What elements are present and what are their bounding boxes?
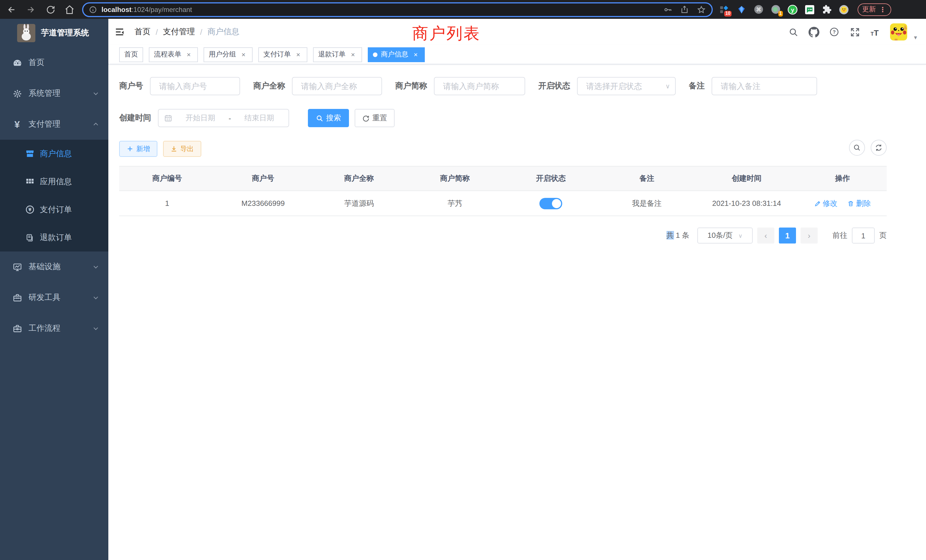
share-button[interactable] xyxy=(680,5,689,14)
short-name-input[interactable] xyxy=(434,77,525,95)
delete-link[interactable]: 删除 xyxy=(847,198,871,209)
page-number-1[interactable]: 1 xyxy=(779,227,796,244)
extension-y-button[interactable]: y xyxy=(787,4,798,15)
full-name-label: 商户全称 xyxy=(253,81,285,91)
export-button[interactable]: 导出 xyxy=(163,141,201,157)
edit-link[interactable]: 修改 xyxy=(814,198,838,209)
fullscreen-button[interactable] xyxy=(849,26,861,38)
edit-label: 修改 xyxy=(823,198,838,209)
refresh-table-button[interactable] xyxy=(871,140,887,156)
extension-command-button[interactable]: ⌘ xyxy=(753,4,764,15)
col-merchant-id: 商户编号 xyxy=(119,166,215,191)
table-settings xyxy=(849,140,887,156)
close-icon[interactable]: × xyxy=(185,50,193,59)
help-doc-button[interactable]: ? xyxy=(829,26,840,38)
page-size-select[interactable]: 10条/页 ∨ xyxy=(698,227,753,244)
extension-recorder-button[interactable]: 1 xyxy=(770,4,781,15)
browser-profile-button[interactable] xyxy=(838,4,850,15)
sidebar-item-system[interactable]: 系统管理 xyxy=(0,78,108,109)
create-time-range-picker[interactable]: 开始日期 - 结束日期 xyxy=(158,109,289,127)
reset-button[interactable]: 重置 xyxy=(355,109,395,127)
trash-icon xyxy=(847,200,855,207)
browser-back-button[interactable] xyxy=(6,4,17,15)
sidebar-item-dev-tools[interactable]: 研发工具 xyxy=(0,282,108,313)
tag-pay-order[interactable]: 支付订单× xyxy=(258,47,307,62)
url-path: :1024/pay/merchant xyxy=(132,5,192,14)
chevron-up-icon xyxy=(92,121,99,128)
breadcrumb-current: 商户信息 xyxy=(207,27,239,37)
browser-menu-icon[interactable]: ⋮ xyxy=(879,5,887,14)
cell-create-time: 2021-10-23 08:31:14 xyxy=(695,191,798,216)
date-separator: - xyxy=(228,114,231,122)
svg-text:y: y xyxy=(791,6,794,13)
merchant-no-input[interactable] xyxy=(150,77,240,95)
rabbit-logo-icon xyxy=(17,24,35,42)
close-icon[interactable]: × xyxy=(412,50,420,59)
total-count: 共 1 条 xyxy=(666,230,689,241)
next-page-button[interactable]: › xyxy=(800,227,818,244)
app-logo-row[interactable]: 芋道管理系统 xyxy=(0,19,108,47)
search-button[interactable]: 搜索 xyxy=(308,109,349,127)
puzzle-icon xyxy=(822,5,832,14)
reset-button-label: 重置 xyxy=(372,113,387,123)
goto-page-input[interactable] xyxy=(852,227,875,244)
browser-home-button[interactable] xyxy=(64,4,75,15)
sidebar-item-label: 应用信息 xyxy=(40,177,99,187)
sidebar-item-pay-order[interactable]: ¥ 支付订单 xyxy=(0,195,108,224)
header-search-button[interactable] xyxy=(787,26,799,38)
breadcrumb-payment[interactable]: 支付管理 xyxy=(163,27,195,37)
tag-merchant-info[interactable]: 商户信息× xyxy=(368,47,425,62)
browser-forward-button[interactable] xyxy=(25,4,36,15)
remark-input[interactable] xyxy=(712,77,817,95)
sidebar-item-app-info[interactable]: 应用信息 xyxy=(0,168,108,195)
sidebar-collapse-button[interactable] xyxy=(109,19,130,45)
tag-flow-form[interactable]: 流程表单× xyxy=(149,47,198,62)
sidebar-item-payment[interactable]: ¥ 支付管理 xyxy=(0,109,108,140)
extension-workona-button[interactable]: 10 xyxy=(719,4,730,15)
add-button[interactable]: 新增 xyxy=(119,141,157,157)
site-info-icon[interactable] xyxy=(89,5,97,14)
extension-gem-button[interactable] xyxy=(735,4,747,15)
sidebar-item-infra[interactable]: 基础设施 xyxy=(0,251,108,282)
extension-chat-button[interactable] xyxy=(804,4,816,15)
toggle-search-button[interactable] xyxy=(849,140,865,156)
extensions-puzzle-button[interactable] xyxy=(821,4,832,15)
forward-arrow-icon xyxy=(26,4,36,15)
avatar-caret-icon[interactable]: ▼ xyxy=(913,35,918,41)
browser-reload-button[interactable] xyxy=(44,4,56,15)
address-bar[interactable]: localhost:1024/pay/merchant xyxy=(82,2,713,17)
tag-refund-order[interactable]: 退款订单× xyxy=(313,47,362,62)
plus-icon xyxy=(127,145,133,152)
tag-user-group[interactable]: 用户分组× xyxy=(204,47,253,62)
sidebar-item-home[interactable]: 首页 xyxy=(0,47,108,78)
bookmark-button[interactable] xyxy=(697,5,706,14)
close-icon[interactable]: × xyxy=(294,50,302,59)
tags-view-bar: 首页 流程表单× 用户分组× 支付订单× 退款订单× 商户信息× xyxy=(108,45,926,64)
status-toggle-on[interactable] xyxy=(539,198,562,209)
sidebar-item-workflow[interactable]: 工作流程 xyxy=(0,313,108,344)
close-icon[interactable]: × xyxy=(239,50,247,59)
sidebar-item-merchant-info[interactable]: 商户信息 xyxy=(0,140,108,168)
tag-home[interactable]: 首页 xyxy=(119,47,143,62)
tag-label: 首页 xyxy=(124,50,138,59)
user-avatar[interactable] xyxy=(890,23,907,41)
cell-status xyxy=(503,191,599,216)
cell-short-name: 芋艿 xyxy=(407,191,503,216)
prev-page-button[interactable]: ‹ xyxy=(757,227,774,244)
browser-update-button[interactable]: 更新 ⋮ xyxy=(858,3,891,16)
url-host: localhost xyxy=(101,5,132,14)
add-button-label: 新增 xyxy=(136,144,150,154)
breadcrumb-home[interactable]: 首页 xyxy=(135,27,151,37)
monitor-chart-icon xyxy=(10,262,24,272)
delete-label: 删除 xyxy=(856,198,871,209)
password-manager-button[interactable] xyxy=(663,5,672,14)
close-icon[interactable]: × xyxy=(349,50,357,59)
font-size-button[interactable]: TT xyxy=(870,26,881,38)
sidebar-item-refund-order[interactable]: 退款订单 xyxy=(0,224,108,251)
shop-icon xyxy=(23,149,36,159)
github-link-button[interactable] xyxy=(808,26,819,38)
sidebar-item-label: 支付订单 xyxy=(40,204,99,215)
status-select[interactable] xyxy=(577,77,676,95)
full-name-input[interactable] xyxy=(292,77,382,95)
breadcrumb: 首页 / 支付管理 / 商户信息 xyxy=(135,27,239,37)
